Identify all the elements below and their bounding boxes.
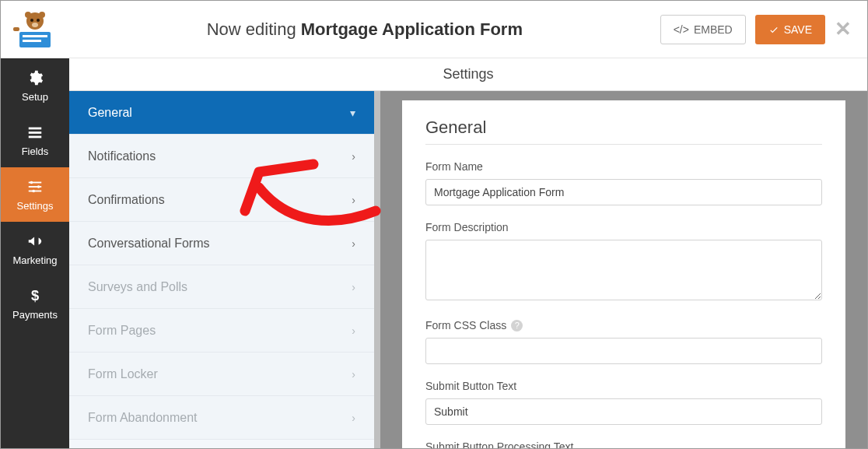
gear-icon — [26, 69, 44, 86]
list-icon — [26, 124, 44, 141]
submit-text-label: Submit Button Text — [425, 380, 822, 392]
embed-button-label: EMBED — [694, 23, 733, 36]
settings-submenu: General ▾ Notifications › Confirmations … — [69, 91, 380, 448]
submenu-item-form-abandonment[interactable]: Form Abandonment › — [69, 396, 374, 440]
page-title: Now editing Mortgage Application Form — [69, 19, 660, 40]
submenu-item-conversational-forms[interactable]: Conversational Forms › — [69, 222, 374, 265]
field-form-name: Form Name — [425, 160, 822, 205]
chevron-right-icon: › — [352, 324, 355, 337]
settings-submenu-list: General ▾ Notifications › Confirmations … — [69, 91, 374, 448]
chevron-right-icon: › — [352, 412, 355, 424]
submenu-item-label: General — [88, 106, 132, 120]
svg-point-5 — [39, 12, 45, 18]
submenu-item-confirmations[interactable]: Confirmations › — [69, 178, 374, 222]
submenu-item-label: Form Pages — [88, 324, 156, 338]
embed-button[interactable]: </> EMBED — [660, 15, 746, 44]
svg-point-18 — [32, 189, 35, 192]
svg-point-17 — [37, 185, 40, 188]
chevron-down-icon: ▾ — [350, 107, 355, 119]
field-submit-button-processing-text: Submit Button Processing Text — [425, 440, 822, 448]
form-description-input[interactable] — [425, 240, 822, 300]
close-icon[interactable]: ✕ — [835, 17, 852, 41]
wpforms-bear-icon — [12, 10, 58, 49]
topbar-actions: </> EMBED SAVE ✕ — [660, 15, 867, 44]
content-area: Settings General ▾ Notifications › Confi… — [69, 58, 867, 448]
sidebar-item-payments[interactable]: $ Payments — [1, 276, 69, 331]
sidebar-item-label: Fields — [22, 146, 49, 157]
submenu-item-general[interactable]: General ▾ — [69, 91, 374, 135]
sliders-icon — [26, 178, 44, 195]
section-divider — [425, 144, 822, 145]
chevron-right-icon: › — [352, 368, 355, 381]
submenu-item-label: Confirmations — [88, 193, 165, 207]
svg-rect-9 — [13, 27, 19, 31]
form-description-label: Form Description — [425, 221, 822, 233]
top-bar: Now editing Mortgage Application Form </… — [1, 1, 867, 58]
sidebar-item-label: Marketing — [12, 254, 57, 266]
sidebar-item-label: Settings — [17, 200, 54, 212]
sidebar-item-setup[interactable]: Setup — [1, 58, 69, 113]
field-submit-button-text: Submit Button Text — [425, 380, 822, 425]
svg-rect-11 — [29, 132, 42, 134]
save-button[interactable]: SAVE — [755, 15, 825, 44]
svg-rect-2 — [23, 40, 41, 42]
check-icon — [768, 24, 779, 35]
chevron-right-icon: › — [352, 150, 355, 163]
form-css-input[interactable] — [425, 338, 822, 364]
submenu-item-surveys-polls[interactable]: Surveys and Polls › — [69, 265, 374, 309]
svg-point-6 — [30, 19, 33, 22]
submenu-item-label: Form Locker — [88, 367, 158, 381]
svg-point-7 — [37, 19, 40, 22]
save-button-label: SAVE — [784, 23, 812, 36]
chevron-right-icon: › — [352, 194, 355, 206]
settings-heading: Settings — [69, 58, 867, 91]
code-icon: </> — [674, 23, 689, 36]
form-name-input[interactable] — [425, 179, 822, 205]
bullhorn-icon — [26, 233, 44, 250]
submit-text-input[interactable] — [425, 398, 822, 425]
editing-prefix: Now editing — [207, 19, 301, 39]
svg-rect-12 — [29, 135, 42, 138]
field-form-css-class: Form CSS Class ? — [425, 319, 822, 364]
settings-panel-wrap: General Form Name Form Description Form … — [380, 91, 867, 448]
submenu-item-notifications[interactable]: Notifications › — [69, 135, 374, 178]
chevron-right-icon: › — [352, 281, 355, 293]
panel-heading: General — [425, 118, 822, 138]
submenu-item-label: Surveys and Polls — [88, 280, 187, 294]
svg-point-8 — [32, 23, 38, 27]
submit-processing-label: Submit Button Processing Text — [425, 440, 822, 448]
sidebar-item-label: Payments — [12, 309, 58, 321]
form-name-label: Form Name — [425, 160, 822, 173]
sidebar-item-settings[interactable]: Settings — [1, 167, 69, 222]
sidebar-item-marketing[interactable]: Marketing — [1, 222, 69, 276]
svg-point-4 — [25, 12, 31, 18]
sidebar-item-label: Setup — [22, 91, 48, 103]
svg-rect-1 — [23, 35, 47, 37]
sidebar: Setup Fields Settings Marketing $ Paymen… — [1, 58, 69, 448]
help-icon[interactable]: ? — [511, 320, 523, 331]
dollar-icon: $ — [26, 287, 44, 304]
submenu-item-label: Form Abandonment — [88, 411, 198, 425]
svg-rect-10 — [29, 127, 42, 129]
svg-point-16 — [30, 181, 33, 184]
submenu-item-form-locker[interactable]: Form Locker › — [69, 353, 374, 396]
form-css-label: Form CSS Class — [425, 319, 506, 331]
logo — [1, 10, 69, 49]
submenu-item-label: Notifications — [88, 149, 156, 163]
sidebar-item-fields[interactable]: Fields — [1, 113, 69, 167]
main-layout: Setup Fields Settings Marketing $ Paymen… — [1, 58, 867, 448]
submenu-item-form-pages[interactable]: Form Pages › — [69, 309, 374, 353]
editing-form-title: Mortgage Application Form — [301, 19, 523, 39]
chevron-right-icon: › — [352, 237, 355, 250]
settings-panel: General Form Name Form Description Form … — [402, 100, 845, 448]
field-form-description: Form Description — [425, 221, 822, 303]
submenu-item-label: Conversational Forms — [88, 237, 210, 251]
svg-text:$: $ — [31, 287, 39, 303]
